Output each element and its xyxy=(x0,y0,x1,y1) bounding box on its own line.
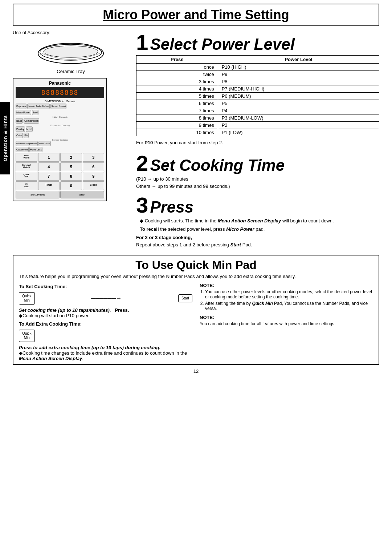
ceramic-tray-image xyxy=(34,37,107,66)
start-btn[interactable]: Start xyxy=(178,294,192,302)
step3-number: 3 xyxy=(136,193,148,218)
step2-header: 2 Set Cooking Time xyxy=(136,151,379,176)
mw-stopreset-btn[interactable]: Stop/Reset xyxy=(16,191,60,198)
mw-row4: Poultry Meat xyxy=(16,126,104,132)
note1-item1: You can use other power levels or other … xyxy=(205,289,373,299)
mw-start-btn[interactable]: Start xyxy=(60,191,104,198)
mw-moreless-btn[interactable]: More/Less xyxy=(29,147,43,152)
table-row: 9 timesP2 xyxy=(136,122,379,129)
mw-potatoes-btn[interactable]: Potatoes/ Vegetables xyxy=(16,141,38,146)
step1-note: For P10 Power, you can start from step 2… xyxy=(136,140,379,145)
add-extra-title: To Add Extra Cooking Time: xyxy=(19,321,192,327)
mw-top-buttons: Popcorn Inverter Turbo Defrost Sensor Re… xyxy=(16,104,104,109)
level-cell: P5 xyxy=(218,100,379,107)
mw-row7: Casserole More/Less xyxy=(16,147,104,152)
mw-keepwarm-btn[interactable]: KeepWarm xyxy=(16,153,37,162)
step2-number: 2 xyxy=(136,151,148,176)
level-cell: P3 (MEDIUM-LOW) xyxy=(218,114,379,122)
step3-stage-title: For 2 or 3 stage cooking, xyxy=(136,235,379,240)
table-row: 8 timesP3 (MEDIUM-LOW) xyxy=(136,114,379,122)
press-cell: 10 times xyxy=(136,129,218,136)
mw-servingweight-btn[interactable]: Serving/Weight xyxy=(16,162,37,171)
quick-min-diagram: QuickMin ──────→ Start xyxy=(19,292,192,305)
press-cell: 6 times xyxy=(136,100,218,107)
accessory-label: Use of Accessory: xyxy=(13,30,129,35)
mw-num0-btn[interactable]: 0 xyxy=(60,181,82,190)
note1-header: NOTE: xyxy=(200,283,373,288)
table-row: onceP10 (HIGH) xyxy=(136,64,379,71)
quick-min-btn2[interactable]: QuickMin xyxy=(19,330,35,342)
note1-item2: After setting the time by Quick Min Pad,… xyxy=(205,301,373,311)
mw-poultry-btn[interactable]: Poultry xyxy=(16,126,25,132)
main-content: Use of Accessory: Ceramic Tray Panasonic… xyxy=(13,30,379,249)
svg-point-2 xyxy=(44,46,98,57)
mw-num7-btn[interactable]: 7 xyxy=(38,172,60,181)
mw-micropower-btn[interactable]: Micro Power xyxy=(16,110,31,115)
mw-num9-btn[interactable]: 9 xyxy=(83,172,105,181)
mw-cake-btn[interactable]: Cake xyxy=(16,133,23,138)
quick-min-section: To Use Quick Min Pad This feature helps … xyxy=(13,255,379,365)
quick-min-body: To Set Cooking Time: QuickMin ──────→ St… xyxy=(19,281,373,361)
note2-header: NOTE: xyxy=(200,315,373,320)
level-cell: P10 (HIGH) xyxy=(218,64,379,71)
mw-num8-btn[interactable]: 8 xyxy=(60,172,82,181)
mw-rice-btn[interactable]: Rice/ Pasta xyxy=(38,141,51,146)
press-cell: 4 times xyxy=(136,85,218,93)
note1-list: You can use other power levels or other … xyxy=(200,289,373,311)
power-level-table: Press Power Level onceP10 (HIGH)twiceP93… xyxy=(136,55,379,136)
set-cooking-desc: Set cooking time (up to 10 taps/minutes)… xyxy=(19,307,192,318)
press-cell: 3 times xyxy=(136,78,218,85)
mw-popcorn-btn[interactable]: Popcorn xyxy=(16,104,26,109)
mw-quickmin-btn[interactable]: QuickMin xyxy=(16,172,37,181)
mw-inverter-btn[interactable]: Inverter Turbo Defrost xyxy=(27,104,50,109)
level-cell: P2 xyxy=(218,122,379,129)
level-cell: P6 (MEDIUM) xyxy=(218,93,379,100)
quick-min-right: NOTE: You can use other power levels or … xyxy=(200,281,373,361)
mw-broil-btn[interactable]: Broil xyxy=(32,110,38,115)
mw-meat-btn[interactable]: Meat xyxy=(26,126,33,132)
mw-num1-btn[interactable]: 1 xyxy=(38,153,60,162)
mw-function-btn[interactable]: 🔘Func xyxy=(16,181,37,190)
left-column: Use of Accessory: Ceramic Tray Panasonic… xyxy=(13,30,129,249)
microwave-dimension: DIMENSION 4 Genius xyxy=(16,100,104,103)
ceramic-tray-wrapper: Ceramic Tray xyxy=(13,37,129,74)
step1-number: 1 xyxy=(136,30,148,55)
press-cell: twice xyxy=(136,71,218,78)
mw-pie-btn[interactable]: Pie xyxy=(24,133,29,138)
table-row: 3 timesP8 xyxy=(136,78,379,85)
table-row: 4 timesP7 (MEDIUM-HIGH) xyxy=(136,85,379,93)
mw-num4-btn[interactable]: 4 xyxy=(38,162,60,171)
table-row: 5 timesP6 (MEDIUM) xyxy=(136,93,379,100)
note2-text: You can add cooking time for all feature… xyxy=(200,321,373,326)
mw-num2-btn[interactable]: 2 xyxy=(60,153,82,162)
quick-min-btn[interactable]: QuickMin xyxy=(19,292,35,305)
mw-num3-btn[interactable]: 3 xyxy=(83,153,105,162)
mw-clock-btn[interactable]: Clock xyxy=(83,181,105,190)
microwave-brand: Panasonic xyxy=(16,81,104,86)
mw-casserole-btn[interactable]: Casserole xyxy=(16,147,29,152)
mw-num6-btn[interactable]: 6 xyxy=(83,162,105,171)
step1-header: 1 Select Power Level xyxy=(136,30,379,55)
level-cell: P4 xyxy=(218,107,379,114)
press-cell: 7 times xyxy=(136,107,218,114)
table-header-press: Press xyxy=(136,56,218,64)
mw-sensor-reheat-btn[interactable]: Sensor Reheat xyxy=(50,104,66,109)
mw-combination-btn[interactable]: Combination xyxy=(24,118,39,124)
table-row: 7 timesP4 xyxy=(136,107,379,114)
mw-timer-btn[interactable]: Timer xyxy=(38,181,60,190)
microwave-display: 88888888 xyxy=(16,87,104,98)
mw-bake-btn[interactable]: Bake xyxy=(16,118,23,124)
press-cell: 5 times xyxy=(136,93,218,100)
step3-desc1: ◆ Cooking will starts. The time in the M… xyxy=(136,218,379,223)
step2-title: Set Cooking Time xyxy=(150,157,285,173)
microwave-illustration: Panasonic 88888888 DIMENSION 4 Genius Po… xyxy=(13,78,107,201)
step3-stage-desc: Repeat above steps 1 and 2 before pressi… xyxy=(136,242,379,247)
side-tab: Operation & Hints xyxy=(0,102,10,174)
table-row: 6 timesP5 xyxy=(136,100,379,107)
step3-wrapper: 3 Press ◆ Cooking will starts. The time … xyxy=(136,193,379,247)
mw-num5-btn[interactable]: 5 xyxy=(60,162,82,171)
step3-title: Press xyxy=(150,199,193,215)
step2-wrapper: 2 Set Cooking Time (P10 → up to 30 minut… xyxy=(136,151,379,189)
mw-row6: Potatoes/ Vegetables Rice/ Pasta xyxy=(16,141,104,146)
table-row: twiceP9 xyxy=(136,71,379,78)
